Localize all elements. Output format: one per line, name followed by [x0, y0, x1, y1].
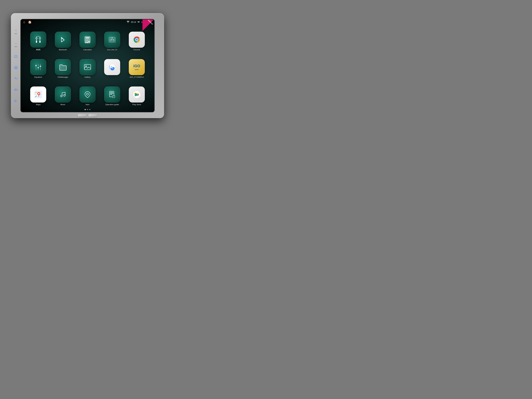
device-button-right[interactable] — [88, 114, 97, 117]
page-indicator — [85, 109, 90, 110]
app-equalizer[interactable]: Equalizer — [27, 56, 50, 82]
svg-rect-26 — [111, 40, 112, 40]
filemanager-icon-bg — [55, 59, 71, 75]
svg-rect-20 — [87, 41, 88, 42]
app-chrome[interactable]: Chrome — [125, 28, 148, 54]
svg-rect-22 — [85, 42, 87, 43]
svg-point-45 — [38, 93, 39, 94]
rst-button[interactable]: ⊙ — [13, 41, 18, 46]
svg-rect-17 — [87, 39, 88, 40]
svg-marker-0 — [14, 89, 16, 91]
playstore-label: Play Store — [133, 103, 141, 106]
equalizer-icon-bg — [30, 59, 46, 75]
app-navi[interactable]: Navi — [76, 83, 99, 109]
svg-rect-36 — [35, 65, 37, 66]
chrome-label: Chrome — [133, 49, 140, 51]
igo-icon-bg: iGO primo — [129, 59, 145, 75]
svg-rect-23 — [87, 42, 88, 43]
home-filled-button[interactable]: 🏠 — [28, 20, 32, 24]
svg-marker-1 — [14, 100, 16, 102]
svg-rect-53 — [113, 95, 115, 98]
mic-indicator: ⊙ — [13, 28, 18, 33]
carlink-icon-bg — [104, 32, 120, 48]
chrome-icon-bg — [129, 32, 145, 48]
app-filemanager[interactable]: FileManager — [51, 56, 75, 82]
svg-rect-15 — [85, 37, 89, 39]
device-button-left[interactable] — [78, 114, 87, 117]
home-side-button[interactable] — [13, 65, 18, 70]
device-bottom-buttons — [78, 114, 97, 117]
wifi-icon — [127, 21, 129, 23]
svg-rect-19 — [85, 41, 87, 42]
volume-up-button[interactable] — [13, 87, 18, 92]
remove-badge: REMOVE — [142, 19, 154, 31]
volume-icon — [138, 21, 140, 23]
bluetooth-label: Bluetooth — [59, 49, 67, 51]
app-maps[interactable]: Maps — [27, 83, 50, 109]
app-carlink[interactable]: Car Link 2.0 — [101, 28, 124, 54]
maps-icon-bg — [30, 87, 46, 102]
carlink-label: Car Link 2.0 — [107, 49, 117, 51]
app-igo[interactable]: iGO primo iGO_P719WDv2 — [125, 56, 148, 82]
svg-rect-39 — [84, 64, 91, 70]
svg-point-32 — [136, 39, 138, 41]
page-dot-2 — [87, 109, 88, 110]
app-aux[interactable]: AUX — [27, 28, 50, 54]
svg-rect-12 — [39, 41, 41, 43]
equalizer-label: Equalizer — [34, 76, 42, 78]
svg-rect-16 — [85, 39, 87, 40]
power-button[interactable] — [13, 54, 18, 58]
status-bar: ⌂ 🏠 20:14 — [21, 19, 154, 25]
car-head-unit: ⊙ MIC ⊙ RST — [11, 13, 164, 118]
navi-icon-bg — [79, 87, 95, 102]
svg-point-6 — [39, 38, 41, 39]
svg-rect-18 — [88, 39, 89, 40]
back-side-button[interactable] — [13, 76, 18, 81]
opguide-icon-bg — [104, 87, 120, 102]
calculator-label: Calculator — [83, 49, 92, 51]
app-bluetooth[interactable]: Bluetooth — [51, 28, 75, 54]
svg-rect-25 — [110, 38, 114, 41]
svg-rect-37 — [38, 67, 39, 68]
music-label: Music — [60, 103, 65, 106]
aux-icon-bg — [30, 32, 46, 48]
screen-background: REMOVE ⌂ 🏠 20:14 — [21, 19, 154, 112]
opguide-label: Operation guide — [105, 103, 119, 106]
svg-rect-11 — [36, 41, 37, 43]
app-playstore[interactable]: Play Store — [125, 83, 148, 109]
svg-rect-13 — [37, 36, 39, 37]
remove-text: REMOVE — [148, 19, 153, 25]
svg-marker-2 — [138, 21, 139, 23]
svg-rect-50 — [110, 92, 113, 93]
navi-label: Navi — [86, 103, 89, 106]
time-display: 20:14 — [131, 21, 136, 23]
svg-rect-38 — [40, 66, 41, 67]
side-controls: ⊙ MIC ⊙ RST — [12, 22, 20, 109]
svg-point-48 — [87, 93, 89, 95]
app-music[interactable]: Music — [51, 83, 75, 109]
app-calculator[interactable]: Calculator — [76, 28, 99, 54]
rst-label: RST — [13, 46, 18, 47]
app-opguide[interactable]: Operation guide — [101, 83, 124, 109]
app-gallery[interactable]: Gallery — [76, 56, 99, 82]
screen: REMOVE ⌂ 🏠 20:14 — [20, 19, 155, 112]
svg-point-5 — [36, 38, 37, 39]
home-outline-button[interactable]: ⌂ — [23, 20, 25, 24]
igo-label: iGO_P719WDv2 — [130, 76, 144, 78]
aux-label: AUX — [36, 48, 41, 51]
maps-label: Maps — [36, 103, 41, 106]
svg-rect-52 — [110, 94, 112, 95]
mic-label: MIC — [13, 33, 18, 34]
svg-point-28 — [112, 37, 113, 38]
google-label: Google — [109, 76, 115, 78]
bluetooth-icon-bg — [55, 32, 71, 48]
calculator-icon-bg — [79, 32, 95, 48]
svg-rect-21 — [88, 41, 89, 42]
app-google[interactable]: G Google — [101, 56, 124, 82]
svg-point-46 — [61, 95, 62, 97]
google-icon-bg: G — [104, 59, 120, 75]
svg-rect-27 — [113, 40, 114, 40]
volume-down-button[interactable] — [13, 99, 18, 103]
page-dot-3 — [89, 109, 90, 110]
playstore-icon-bg — [129, 87, 145, 102]
